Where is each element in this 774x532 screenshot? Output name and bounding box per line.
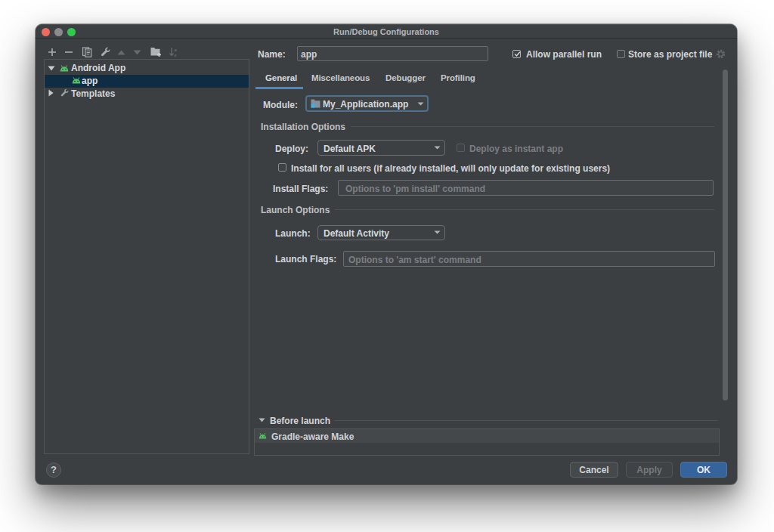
svg-text:z: z [175, 53, 177, 57]
svg-text:a: a [175, 48, 178, 52]
